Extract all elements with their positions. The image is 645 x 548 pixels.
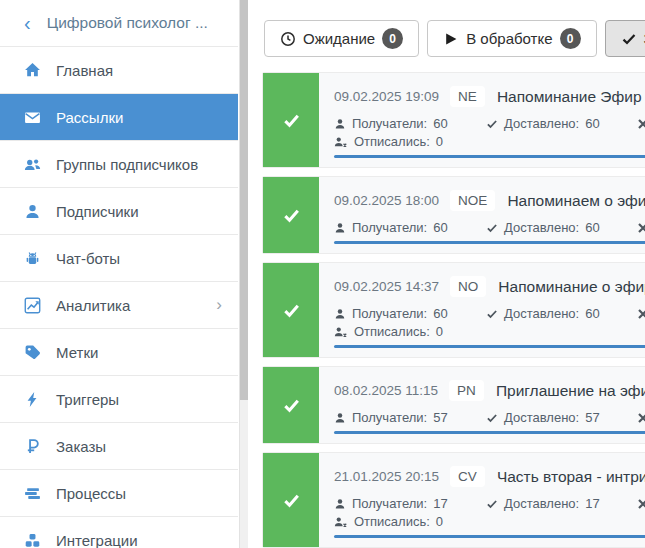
sidebar-item-home[interactable]: Главная: [0, 47, 238, 94]
campaign-card[interactable]: 08.02.2025 11:15 PN Приглашение на эфир …: [262, 366, 645, 444]
times-icon: [638, 223, 645, 233]
home-icon: [24, 62, 41, 79]
campaign-card[interactable]: 09.02.2025 14:37 NO Напоминание о эфир П…: [262, 262, 645, 358]
sidebar-item-tags[interactable]: Метки: [0, 329, 238, 376]
stat-recipients: Получатели:60: [334, 116, 486, 131]
tag-icon: [24, 344, 41, 361]
stat-errors: [638, 116, 645, 131]
app-root: ‹ Цифровой психолог ... Главная Рассылки…: [0, 0, 645, 548]
bolt-icon: [24, 391, 41, 408]
stat-errors: [638, 496, 645, 511]
chevron-right-icon: ›: [216, 295, 228, 315]
sidebar-item-integrations[interactable]: Интеграции: [0, 517, 238, 548]
sidebar-item-subscriber-groups[interactable]: Группы подписчиков: [0, 141, 238, 188]
filter-processing-button[interactable]: В обработке 0: [427, 20, 596, 57]
check-icon: [486, 308, 498, 320]
sidebar-item-mailings[interactable]: Рассылки: [0, 94, 238, 141]
user-icon: [334, 308, 346, 320]
user-icon: [334, 412, 346, 424]
user-icon: [24, 203, 41, 220]
envelope-icon: [24, 109, 41, 126]
campaign-title: Часть вторая - интриг: [497, 468, 645, 486]
times-icon: [638, 309, 645, 319]
sidebar-item-label: Чат-боты: [56, 250, 120, 267]
campaign-date: 21.01.2025 20:15: [334, 469, 439, 484]
sidebar-item-processes[interactable]: Процессы: [0, 470, 238, 517]
stat-unsubscribed: Отписались:0: [334, 324, 486, 339]
account-title: Цифровой психолог ...: [47, 14, 208, 32]
list-icon: [24, 485, 41, 502]
sidebar-item-orders[interactable]: Заказы: [0, 423, 238, 470]
stat-delivered: Доставлено:60: [486, 116, 638, 131]
campaign-card[interactable]: 09.02.2025 18:00 NOE Напоминаем о эфир П…: [262, 176, 645, 254]
users-icon: [24, 156, 41, 173]
cubes-icon: [24, 532, 41, 548]
sidebar-item-label: Рассылки: [56, 109, 123, 126]
check-icon: [621, 31, 637, 47]
campaign-date: 09.02.2025 18:00: [334, 193, 439, 208]
campaign-code-badge: NO: [450, 276, 486, 297]
status-check-icon: [263, 453, 319, 547]
main-content: Ожидание 0 В обработке 0 Завершено 09.02…: [249, 0, 645, 548]
user-times-icon: [334, 516, 348, 528]
filter-completed-button[interactable]: Завершено: [605, 20, 645, 57]
count-badge: 0: [560, 28, 581, 49]
sidebar-item-label: Метки: [56, 344, 98, 361]
campaign-code-badge: NOE: [450, 190, 495, 211]
scrollbar-thumb[interactable]: [240, 0, 248, 400]
stat-delivered: Доставлено:60: [486, 220, 638, 235]
user-icon: [334, 498, 346, 510]
clock-icon: [280, 31, 296, 47]
filter-waiting-button[interactable]: Ожидание 0: [264, 20, 419, 57]
campaign-date: 09.02.2025 14:37: [334, 279, 439, 294]
status-check-icon: [263, 73, 319, 167]
sidebar: ‹ Цифровой психолог ... Главная Рассылки…: [0, 0, 238, 548]
play-icon: [443, 31, 459, 47]
filter-buttons: Ожидание 0 В обработке 0 Завершено: [249, 0, 645, 57]
stat-delivered: Доставлено:17: [486, 496, 638, 511]
ruble-icon: [24, 438, 41, 455]
stat-delivered: Доставлено:57: [486, 410, 638, 425]
sidebar-header[interactable]: ‹ Цифровой психолог ...: [0, 0, 238, 47]
progress-bar: [334, 345, 645, 348]
campaign-date: 08.02.2025 11:15: [334, 383, 438, 398]
filter-label: В обработке: [466, 30, 552, 47]
campaign-title: Напоминание о эфир: [498, 278, 645, 296]
sidebar-item-label: Аналитика: [56, 297, 130, 314]
progress-bar: [334, 241, 645, 244]
check-icon: [486, 498, 498, 510]
stat-unsubscribed: Отписались:0: [334, 514, 486, 529]
chart-icon: [24, 297, 41, 314]
sidebar-item-label: Заказы: [56, 438, 106, 455]
progress-bar: [334, 431, 645, 434]
stat-recipients: Получатели:57: [334, 410, 486, 425]
stat-recipients: Получатели:17: [334, 496, 486, 511]
chevron-left-icon[interactable]: ‹: [24, 13, 31, 33]
sidebar-item-analytics[interactable]: Аналитика ›: [0, 282, 238, 329]
sidebar-item-triggers[interactable]: Триггеры: [0, 376, 238, 423]
count-badge: 0: [382, 28, 403, 49]
campaign-card[interactable]: 09.02.2025 19:09 NE Напоминание Эфир н П…: [262, 72, 645, 168]
status-check-icon: [263, 177, 319, 253]
user-icon: [334, 222, 346, 234]
campaign-list: 09.02.2025 19:09 NE Напоминание Эфир н П…: [249, 57, 645, 548]
campaign-card[interactable]: 21.01.2025 20:15 CV Часть вторая - интри…: [262, 452, 645, 548]
sidebar-item-subscribers[interactable]: Подписчики: [0, 188, 238, 235]
campaign-title: Напоминаем о эфир: [507, 192, 645, 210]
check-icon: [486, 118, 498, 130]
sidebar-item-label: Главная: [56, 62, 113, 79]
stat-delivered: Доставлено:60: [486, 306, 638, 321]
user-times-icon: [334, 136, 348, 148]
stat-recipients: Получатели:60: [334, 220, 486, 235]
check-icon: [486, 412, 498, 424]
campaign-code-badge: PN: [449, 380, 484, 401]
filter-label: Ожидание: [303, 30, 375, 47]
sidebar-item-chatbots[interactable]: Чат-боты: [0, 235, 238, 282]
progress-bar: [334, 155, 645, 158]
sidebar-item-label: Триггеры: [56, 391, 119, 408]
sidebar-item-label: Интеграции: [56, 532, 138, 548]
campaign-code-badge: NE: [450, 86, 485, 107]
progress-bar: [334, 535, 645, 538]
user-times-icon: [334, 326, 348, 338]
campaign-title: Приглашение на эфир: [496, 382, 645, 400]
